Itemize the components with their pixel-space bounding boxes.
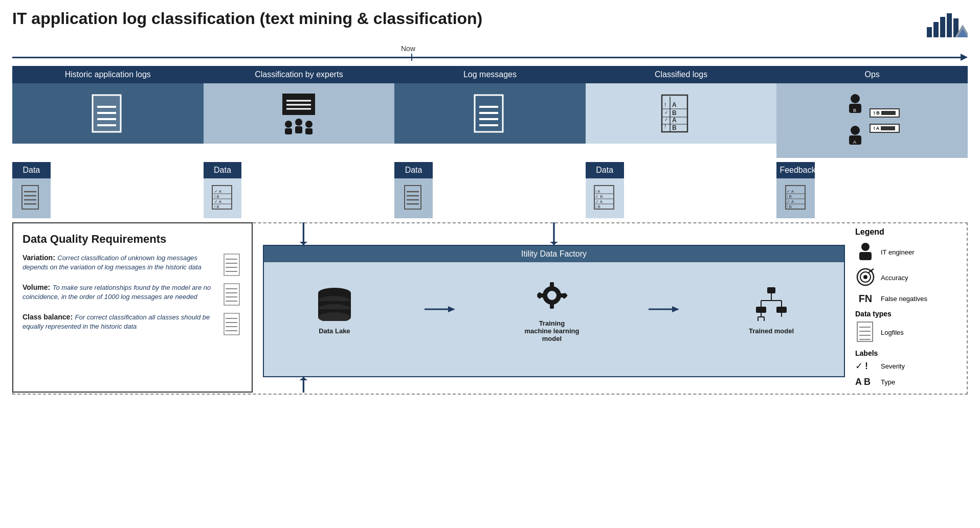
svg-text:! B: ! B xyxy=(787,204,792,209)
data-classified-doc-icon: ! A ✓ B ✓ A ! B xyxy=(593,185,616,210)
svg-point-23 xyxy=(305,121,313,128)
svg-text:A: A xyxy=(853,140,856,145)
legend-type-label: Type xyxy=(881,378,895,386)
ops-icons: B A ! B xyxy=(845,93,900,149)
svg-rect-83 xyxy=(224,254,239,276)
col-body-5: B A ! B xyxy=(776,83,968,158)
svg-marker-136 xyxy=(299,377,307,380)
data-col-5: Feedback ✓ A ! B ✓ A ! B xyxy=(776,162,968,218)
flow-table-top: Historic application logs Classification… xyxy=(12,66,968,158)
dq-volume-label: Volume: xyxy=(23,283,50,291)
data-header-1: Data xyxy=(12,162,51,178)
data-body-4: ! A ✓ B ✓ A ! B xyxy=(586,178,624,218)
svg-rect-138 xyxy=(859,252,872,260)
timeline: Now xyxy=(0,44,980,61)
svg-marker-99 xyxy=(299,242,307,245)
col-header-5: Ops xyxy=(776,66,968,83)
trained-model-label: Trained model xyxy=(749,327,794,335)
timeline-now-label: Now xyxy=(12,44,968,53)
legend-logfiles-label: Logfiles xyxy=(881,329,904,336)
data-lake-label: Data Lake xyxy=(314,327,355,335)
training-model-icon xyxy=(531,278,572,313)
svg-rect-0 xyxy=(927,27,932,37)
svg-point-19 xyxy=(285,121,292,128)
flow-section-data: Data Data ✓ A ! xyxy=(0,162,980,218)
classified-logs-icon: ! ✓ ✓ ! A B A B xyxy=(661,93,702,134)
fn-text-icon: FN xyxy=(859,293,873,304)
legend-labels-title: Labels xyxy=(855,349,968,357)
legend-false-negatives: FN False negatives xyxy=(855,293,968,305)
factory-arrow-2-icon xyxy=(649,302,679,317)
dq-classbalance-label: Class balance: xyxy=(23,313,73,321)
factory-connector-bottom xyxy=(263,377,845,393)
bottom-arrow-svg xyxy=(263,377,845,393)
dq-volume: Volume: To make sure relationships found… xyxy=(23,283,242,306)
legend-false-negatives-label: False negatives xyxy=(881,295,927,303)
dq-title: Data Quality Requirements xyxy=(23,233,242,246)
svg-text:✓: ✓ xyxy=(664,110,669,115)
svg-rect-24 xyxy=(305,128,313,134)
svg-rect-129 xyxy=(776,307,787,313)
data-quality-box: Data Quality Requirements Variation: Cor… xyxy=(12,222,253,393)
legend-area: Legend IT engineer xyxy=(855,222,968,393)
svg-marker-101 xyxy=(550,242,558,245)
data-row-table: Data Data ✓ A ! xyxy=(12,162,968,218)
data-doc-1-icon xyxy=(21,185,41,210)
logo: YOUR UTILITY IT PLATFORM xyxy=(927,9,968,38)
logo-icon: YOUR UTILITY IT PLATFORM xyxy=(927,9,968,37)
bottom-section: Data Quality Requirements Variation: Cor… xyxy=(0,222,980,393)
svg-rect-93 xyxy=(224,313,239,335)
training-model-item: Training machine learning model xyxy=(524,278,579,342)
dq-volume-desc: To make sure relationships found by the … xyxy=(23,284,211,301)
svg-text:! B: ! B xyxy=(214,204,219,209)
factory-arrow-1 xyxy=(425,302,455,319)
legend-accuracy: Accuracy xyxy=(855,268,968,288)
legend-accuracy-label: Accuracy xyxy=(881,274,908,282)
col-body-3 xyxy=(394,83,586,144)
ops-person-b-icon: B xyxy=(845,93,865,117)
col-header-1: Historic application logs xyxy=(12,66,204,83)
dq-variation-label: Variation: xyxy=(23,254,55,262)
factory-content: Data Lake xyxy=(264,262,844,358)
flow-section-top: Historic application logs Classification… xyxy=(0,66,980,158)
timeline-arrow xyxy=(12,54,968,61)
ops-ticket-b: ! B xyxy=(870,108,900,118)
flow-col-4: Classified logs ! ✓ ✓ ! A B A B xyxy=(586,66,777,158)
legend-it-engineer-label: IT engineer xyxy=(881,248,915,256)
svg-text:✓ A: ✓ A xyxy=(787,189,794,194)
dq-classbalance: Class balance: For correct classificatio… xyxy=(23,312,242,336)
data-doc-3-icon xyxy=(404,185,424,210)
data-header-5: Feedback xyxy=(776,162,815,178)
svg-point-21 xyxy=(295,119,302,126)
data-labeled-doc-icon: ✓ A ! B ✓ A ! B xyxy=(211,185,234,210)
col-body-1 xyxy=(12,83,204,144)
svg-point-43 xyxy=(851,94,860,103)
header: IT application log classification (text … xyxy=(0,0,980,42)
svg-marker-122 xyxy=(672,306,679,312)
factory-box: Itility Data Factory xyxy=(263,245,845,377)
factory-arrow-2 xyxy=(649,302,679,319)
svg-rect-2 xyxy=(940,17,945,37)
svg-rect-1 xyxy=(933,22,939,37)
data-lake-item: Data Lake xyxy=(314,285,355,335)
data-body-3 xyxy=(394,178,433,218)
svg-text:! A: ! A xyxy=(595,189,600,194)
svg-text:✓ A: ✓ A xyxy=(214,199,222,204)
col-header-2: Classification by experts xyxy=(204,66,395,83)
col-header-4: Classified logs xyxy=(586,66,777,83)
col-header-3: Log messages xyxy=(394,66,586,83)
svg-text:✓ A: ✓ A xyxy=(214,189,222,194)
logfile-icon xyxy=(856,321,875,342)
data-col-2: Data ✓ A ! B ✓ A ! B xyxy=(204,162,395,218)
flow-col-3: Log messages xyxy=(394,66,586,158)
legend-logfiles: Logfiles xyxy=(855,321,968,344)
svg-point-46 xyxy=(851,126,860,135)
factory-arrow-1-icon xyxy=(425,302,455,317)
svg-text:!: ! xyxy=(664,102,666,108)
data-col-3: Data xyxy=(394,162,586,218)
data-body-2: ✓ A ! B ✓ A ! B xyxy=(204,178,242,218)
svg-text:A: A xyxy=(672,117,677,124)
dq-classbalance-icon xyxy=(223,312,242,336)
svg-text:! B: ! B xyxy=(214,194,219,199)
accuracy-icon xyxy=(856,268,875,286)
